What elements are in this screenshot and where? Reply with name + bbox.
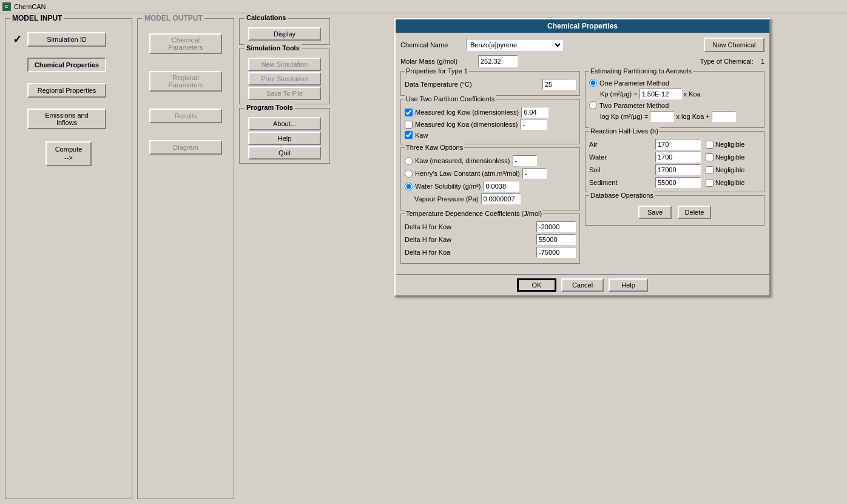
air-negligible-checkbox[interactable] xyxy=(706,141,714,149)
delta-h-kow-row: Delta H for Kow xyxy=(405,221,576,232)
properties-type1-group: Properties for Type 1 Data Temperature (… xyxy=(400,71,580,96)
henrys-law-radio[interactable] xyxy=(405,170,413,178)
partition-coeff-group: Use Two Partition Coefficients Measured … xyxy=(400,99,580,144)
water-solubility-label: Water Solubility (g/m³) xyxy=(415,183,481,190)
simulation-tools-title: Simulation Tools xyxy=(245,44,302,52)
x-koa-label: x Koa xyxy=(684,90,701,98)
sediment-negligible-label: Negligible xyxy=(715,179,744,186)
delta-h-kow-label: Delta H for Kow xyxy=(405,223,534,230)
vapour-pressure-input[interactable] xyxy=(481,193,521,204)
chemical-properties-button[interactable]: Chemical Properties xyxy=(27,58,106,72)
emissions-inflows-button[interactable]: Emissions andInflows xyxy=(27,109,106,129)
kaw-measured-radio[interactable] xyxy=(405,157,413,165)
delta-h-kaw-row: Delta H for Kaw xyxy=(405,234,576,245)
vapour-pressure-row: Vapour Pressure (Pa) xyxy=(405,193,576,204)
kp-input[interactable] xyxy=(639,89,682,99)
data-temp-label: Data Temperature (°C) xyxy=(405,81,540,88)
kow-value-input[interactable] xyxy=(521,107,548,118)
print-simulation-button[interactable]: Print Simulation xyxy=(248,72,321,86)
quit-button[interactable]: Quit xyxy=(248,146,321,160)
henrys-law-input[interactable] xyxy=(522,168,547,179)
dialog-content: Chemical Name Benzo[a]pyrene New Chemica… xyxy=(396,33,769,272)
ok-button[interactable]: OK xyxy=(517,278,556,292)
type-of-chemical-value: 1 xyxy=(761,58,764,65)
calculations-title: Calculations xyxy=(245,14,288,21)
new-chemical-button[interactable]: New Chemical xyxy=(704,38,764,52)
simulation-id-button[interactable]: Simulation ID xyxy=(27,32,106,47)
soil-hl-input[interactable] xyxy=(655,164,701,175)
koa-label: Measured log Koa (dimensionless) xyxy=(415,121,518,128)
compute-button[interactable]: Compute--> xyxy=(46,141,92,166)
temp-dependence-title: Temperature Dependence Coefficients (J/m… xyxy=(405,210,543,217)
diagram-button[interactable]: Diagram xyxy=(149,140,222,155)
model-output-title: MODEL OUTPUT xyxy=(143,14,204,22)
regional-parameters-button[interactable]: RegionalParameters xyxy=(149,71,222,92)
dialog-titlebar: Chemical Properties xyxy=(396,19,769,33)
air-label: Air xyxy=(589,141,653,148)
one-param-row: One Parameter Method xyxy=(589,79,760,87)
app-icon: C xyxy=(2,2,11,11)
reaction-halflives-group: Reaction Half-Lives (h) Air Negligible W… xyxy=(585,131,764,192)
data-temp-input[interactable] xyxy=(542,79,576,90)
chemical-name-select[interactable]: Benzo[a]pyrene xyxy=(466,39,563,51)
log-kp-input1[interactable] xyxy=(650,111,674,122)
new-simulation-button[interactable]: New Simulation xyxy=(248,58,321,71)
water-hl-input[interactable] xyxy=(655,152,701,163)
output-buttons: Chemical Parameters RegionalParameters R… xyxy=(143,33,229,155)
nav-item-regional-properties: Regional Properties xyxy=(10,83,127,98)
koa-row: Measured log Koa (dimensionless) xyxy=(405,119,576,130)
display-button[interactable]: Display xyxy=(248,27,321,41)
henrys-law-row: Henry's Law Constant (atm.m³/mol) xyxy=(405,168,576,179)
kow-checkbox[interactable] xyxy=(405,109,413,116)
dialog-left: Properties for Type 1 Data Temperature (… xyxy=(400,71,580,267)
delta-h-koa-input[interactable] xyxy=(536,247,576,258)
dialog-help-button[interactable]: Help xyxy=(609,278,648,292)
cancel-button[interactable]: Cancel xyxy=(561,278,604,292)
help-button[interactable]: Help xyxy=(248,132,321,145)
water-solubility-row: Water Solubility (g/m³) xyxy=(405,181,576,192)
air-negligible-label: Negligible xyxy=(715,141,744,148)
simulation-tools-group: Simulation Tools New Simulation Print Si… xyxy=(239,49,330,104)
compute-area: Compute--> xyxy=(10,141,127,166)
database-ops-title: Database Operations xyxy=(589,192,655,199)
sediment-hl-input[interactable] xyxy=(655,177,701,188)
dialog-footer: OK Cancel Help xyxy=(396,274,769,295)
delta-h-kow-input[interactable] xyxy=(536,221,576,232)
log-kp-input2[interactable] xyxy=(712,111,736,122)
koa-value-input[interactable] xyxy=(520,119,547,130)
chemical-parameters-button[interactable]: Chemical Parameters xyxy=(149,33,222,54)
soil-label: Soil xyxy=(589,166,653,173)
chemical-name-label: Chemical Name xyxy=(400,41,461,49)
simulation-tools-buttons: New Simulation Print Simulation Save To … xyxy=(243,58,326,100)
delta-h-koa-label: Delta H for Koa xyxy=(405,249,534,256)
delta-h-kaw-input[interactable] xyxy=(536,234,576,245)
save-db-button[interactable]: Save xyxy=(638,206,672,219)
calculations-group: Calculations Display xyxy=(239,18,330,45)
water-solubility-input[interactable] xyxy=(483,181,519,192)
henrys-law-label: Henry's Law Constant (atm.m³/mol) xyxy=(415,170,520,177)
about-button[interactable]: About... xyxy=(248,117,321,130)
right-panel: Calculations Display Simulation Tools Ne… xyxy=(239,18,330,499)
regional-properties-button[interactable]: Regional Properties xyxy=(27,83,106,98)
kaw-measured-input[interactable] xyxy=(513,155,537,166)
model-input-panel: MODEL INPUT ✓ Simulation ID Chemical Pro… xyxy=(5,18,132,499)
one-param-radio[interactable] xyxy=(589,79,597,87)
water-negligible-checkbox[interactable] xyxy=(706,153,714,161)
estimating-partitioning-group: Estimating Partitioning to Aerosols One … xyxy=(585,71,764,128)
checkmark-emissions xyxy=(10,113,24,126)
two-param-radio[interactable] xyxy=(589,101,597,109)
air-hl-input[interactable] xyxy=(655,139,701,150)
soil-negligible-checkbox[interactable] xyxy=(706,166,714,174)
results-button[interactable]: Results xyxy=(149,109,222,123)
data-temp-row: Data Temperature (°C) xyxy=(405,79,576,90)
x-log-koa-label: x log Koa + xyxy=(676,113,709,120)
delete-db-button[interactable]: Delete xyxy=(678,206,711,219)
program-tools-group: Program Tools About... Help Quit xyxy=(239,108,330,164)
save-to-file-button[interactable]: Save To File xyxy=(248,87,321,100)
koa-checkbox[interactable] xyxy=(405,121,413,129)
molar-mass-input[interactable] xyxy=(478,55,518,67)
kaw-checkbox[interactable] xyxy=(405,131,413,139)
sediment-negligible-checkbox[interactable] xyxy=(706,179,714,187)
log-kp-row: log Kp (m²/μg) = x log Koa + xyxy=(589,111,760,122)
water-solubility-radio[interactable] xyxy=(405,183,413,190)
